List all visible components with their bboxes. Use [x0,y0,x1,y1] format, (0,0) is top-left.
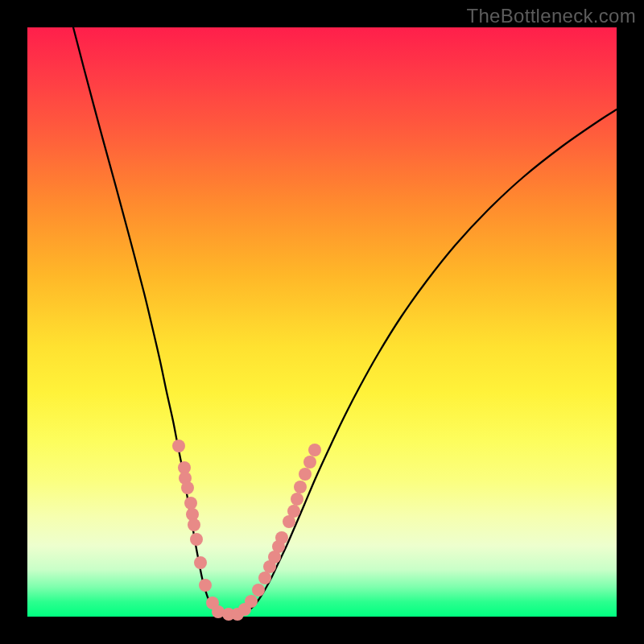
highlight-dot [172,440,185,452]
watermark-text: TheBottleneck.com [466,5,636,27]
highlight-dot [188,518,200,531]
highlight-dot [294,481,307,493]
highlight-dot [194,556,207,569]
highlight-dot [287,505,300,518]
chart-frame: TheBottleneck.com [0,0,644,644]
highlight-dot [291,493,303,506]
highlight-dot [190,533,203,546]
highlight-markers [172,440,321,621]
chart-overlay-svg [27,27,617,617]
highlight-dot [245,595,258,608]
bottleneck-curve [73,27,617,616]
highlight-dot [275,531,288,544]
highlight-dot [199,579,212,592]
highlight-dot [303,456,316,469]
highlight-dot [299,468,312,481]
highlight-dot [181,481,194,494]
chart-plot-area [27,27,617,617]
highlight-dot [252,584,265,597]
highlight-dot [184,497,197,510]
highlight-dot [308,444,321,456]
highlight-dot [258,572,271,584]
